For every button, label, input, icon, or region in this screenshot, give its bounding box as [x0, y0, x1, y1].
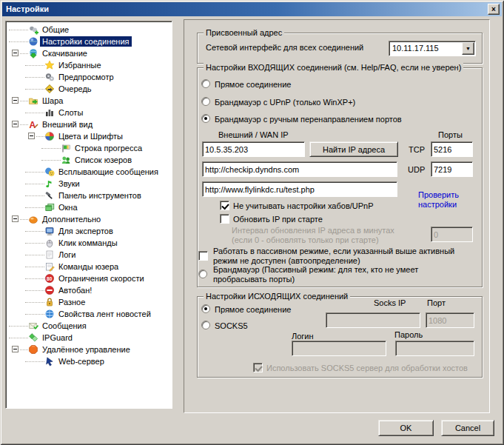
tree-item-speed-limits[interactable]: 80Ограничения скорости: [6, 272, 172, 284]
tree-item-label: Панель инструментов: [56, 190, 144, 201]
tree-item-downloads[interactable]: Скачивание: [6, 47, 172, 59]
check-settings-link[interactable]: Проверитьнастройки: [418, 190, 459, 210]
notepad-icon: [44, 261, 55, 272]
tree-item-misc[interactable]: Разное: [6, 296, 172, 308]
tree-item-label: Цвета и Шрифты: [56, 131, 125, 141]
tree-item-messages[interactable]: Сообщения: [6, 320, 172, 332]
ports-label: Порты: [438, 130, 463, 140]
collapse-minus-icon[interactable]: [12, 346, 19, 352]
orb-icon: [28, 36, 38, 47]
ip-check-url-input[interactable]: [202, 161, 397, 177]
tree-item-slots[interactable]: Слоты: [6, 107, 172, 118]
mouse-icon: [44, 238, 55, 248]
tree-item-favorites[interactable]: Избранные: [6, 59, 172, 71]
ignore-hub-settings-checkbox[interactable]: [220, 201, 229, 210]
toolbar-icon: [44, 190, 55, 201]
tree-item-sounds[interactable]: Звуки: [6, 178, 172, 190]
socks-ip-label: Socks IP: [374, 298, 406, 308]
direct-connection-label: Прямое соединение: [215, 80, 291, 90]
find-ip-button[interactable]: Найти IP адреса: [309, 141, 398, 157]
tree-connector-line: [9, 326, 28, 327]
firewall-passive-radio[interactable]: [198, 270, 207, 278]
close-icon[interactable]: ×: [488, 4, 500, 15]
tree-connector-line: [25, 184, 44, 184]
tree-item-web-server[interactable]: Web-сервер: [6, 355, 172, 367]
password-input: [395, 341, 474, 356]
upnp-firewall-radio[interactable]: [201, 97, 210, 106]
cancel-button[interactable]: Cancel: [441, 420, 494, 436]
tree-item-autoban[interactable]: Автобан!: [6, 284, 172, 296]
tcp-port-input[interactable]: [431, 141, 473, 157]
tree-item-appearance[interactable]: AВнешний вид: [6, 118, 172, 130]
update-ip-on-start-checkbox[interactable]: [220, 214, 229, 224]
tree-item-label: Избранные: [56, 60, 104, 70]
network-interface-combobox[interactable]: 10.11.17.115 ▼: [389, 41, 476, 56]
tree-item-user-list[interactable]: Список юзеров: [6, 154, 172, 166]
tree-item-label: Скачивание: [40, 48, 90, 58]
tree-item-label: Сообщения: [40, 321, 89, 331]
tree-item-news-feeds[interactable]: Свойства лент новостей: [6, 308, 172, 320]
tree-connector-line: [20, 349, 28, 350]
tree-item-toolbar[interactable]: Панель инструментов: [6, 190, 172, 201]
collapse-minus-icon[interactable]: [12, 121, 19, 127]
tree-connector-line: [25, 278, 44, 279]
tree-item-remote-control[interactable]: Удалённое управление: [6, 344, 172, 355]
collapse-minus-icon[interactable]: [12, 97, 19, 104]
tree-connector-line: [25, 302, 44, 303]
tree-item-windows[interactable]: Окна: [6, 201, 172, 213]
tree-item-experts[interactable]: Для экспертов: [6, 225, 172, 237]
outgoing-direct-radio[interactable]: [201, 304, 210, 313]
tree-item-colors-fonts[interactable]: Цвета и Шрифты: [6, 130, 172, 142]
folder-share-icon: [28, 96, 38, 106]
tree-item-ipguard[interactable]: IPGuard: [6, 332, 172, 344]
ok-button[interactable]: OK: [378, 420, 434, 436]
tree-item-popups[interactable]: Всплывающие сообщения: [6, 166, 172, 178]
ban-icon: [44, 285, 55, 295]
manual-forwarding-label: Брандмауэр с ручным перенаправлением пор…: [215, 115, 402, 124]
tree-item-connection-settings[interactable]: Настройки соединения: [6, 36, 172, 47]
update-ip-on-start-label: Обновить IP при старте: [233, 215, 323, 224]
socks-port-input: [426, 312, 474, 328]
udp-port-input[interactable]: [431, 161, 473, 177]
collapse-minus-icon[interactable]: [12, 50, 19, 56]
tree-item-queue[interactable]: Очередь: [6, 83, 172, 95]
collapse-minus-icon[interactable]: [12, 215, 19, 222]
tree-item-preview[interactable]: Предпросмотр: [6, 71, 172, 83]
tree-connector-line: [20, 53, 28, 54]
window-title: Настройки: [6, 4, 49, 13]
outgoing-direct-label: Прямое соединение: [215, 305, 291, 315]
direct-connection-radio[interactable]: [201, 79, 210, 88]
star-icon: [44, 60, 55, 70]
tree-item-label: IPGuard: [40, 332, 75, 343]
socks5-radio[interactable]: [201, 321, 210, 329]
lock-icon: [44, 297, 55, 307]
collapse-minus-icon[interactable]: [28, 133, 35, 139]
progress-icon: [61, 143, 71, 153]
tree-connector-line: [20, 101, 28, 101]
tree-connector-line: [25, 267, 44, 267]
tree-connector-line: [20, 124, 28, 125]
tree-item-click-commands[interactable]: Клик комманды: [6, 237, 172, 249]
tree-item-label: Окна: [56, 202, 80, 213]
group-legend: Настройки ВХОДЯЩИХ соединений (см. Help/…: [204, 63, 463, 72]
tree-item-user-commands[interactable]: Команды юзера: [6, 261, 172, 272]
popup-icon: [44, 167, 55, 177]
chevron-down-icon[interactable]: ▼: [462, 42, 474, 55]
tree-item-general[interactable]: Общие: [6, 24, 172, 36]
udp-label: UDP: [408, 165, 425, 175]
passive-fallback-checkbox[interactable]: [198, 251, 208, 261]
tree-item-label: Для экспертов: [56, 226, 115, 236]
tree-item-advanced[interactable]: Дополнительно: [6, 213, 172, 225]
sound-icon: [44, 178, 55, 189]
login-input: [292, 341, 386, 356]
tree-item-progress-bar[interactable]: Строка прогресса: [6, 142, 172, 154]
queue-icon: [44, 84, 55, 94]
windows-icon: [44, 202, 55, 213]
tree-item-logs[interactable]: Логи: [6, 249, 172, 261]
upnp-firewall-label: Брандмауэр с UPnP (только WinXP+): [215, 98, 355, 107]
manual-forwarding-radio[interactable]: [201, 114, 210, 123]
test-url-input[interactable]: [202, 181, 397, 197]
tree-item-share[interactable]: Шара: [6, 95, 172, 107]
wan-ip-input[interactable]: [202, 141, 305, 157]
tree-item-label: Удалённое управление: [40, 344, 132, 355]
